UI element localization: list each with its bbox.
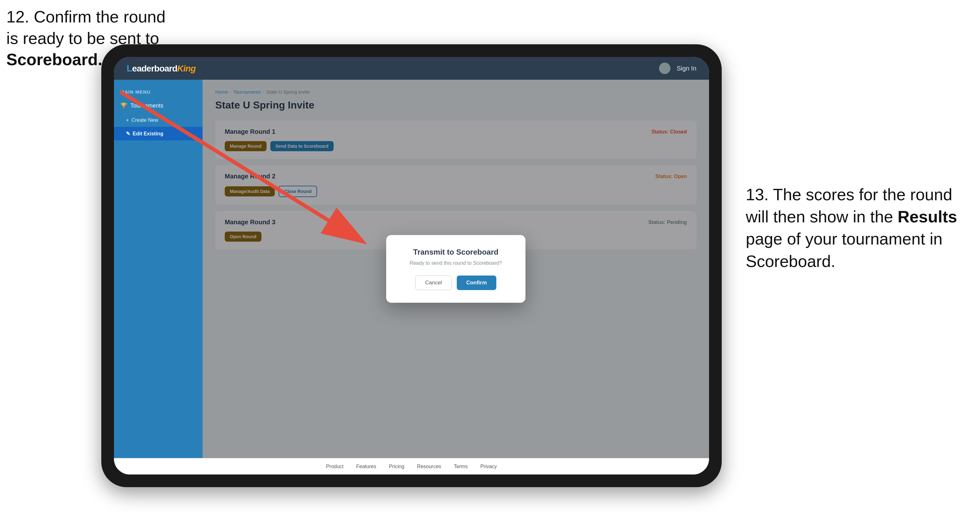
annotation-line2: is ready to be sent to [6, 29, 159, 48]
annotation-line1: 12. Confirm the round [6, 8, 165, 26]
sidebar-tournaments-label: Tournaments [130, 103, 163, 109]
nav-right: Sign In [659, 63, 696, 74]
tablet-screen: LeaderboardKing Sign In MAIN MENU 🏆 Tour… [114, 57, 709, 475]
sidebar-create-new-label: Create New [131, 117, 158, 123]
footer-link-features[interactable]: Features [356, 464, 376, 470]
sidebar-edit-existing-label: Edit Existing [133, 131, 163, 137]
confirm-button[interactable]: Confirm [457, 276, 496, 290]
annotation-right-text: 13. The scores for the round will then s… [746, 186, 957, 270]
app-footer: Product Features Pricing Resources Terms… [114, 458, 709, 475]
transmit-modal: Transmit to Scoreboard Ready to send thi… [386, 235, 525, 303]
modal-title: Transmit to Scoreboard [402, 248, 510, 257]
edit-icon: ✎ [126, 131, 130, 137]
main-content: MAIN MENU 🏆 Tournaments + Create New ✎ E… [114, 80, 709, 458]
sidebar-subitem-create-new[interactable]: + Create New [114, 114, 203, 127]
sidebar-section-label: MAIN MENU [114, 86, 203, 98]
footer-link-resources[interactable]: Resources [417, 464, 441, 470]
annotation-top-left: 12. Confirm the round is ready to be sen… [6, 6, 165, 71]
avatar [659, 63, 670, 74]
footer-link-terms[interactable]: Terms [454, 464, 468, 470]
footer-link-product[interactable]: Product [326, 464, 344, 470]
plus-icon: + [126, 117, 129, 123]
modal-subtitle: Ready to send this round to Scoreboard? [402, 260, 510, 266]
annotation-right: 13. The scores for the round will then s… [746, 184, 967, 272]
signin-link[interactable]: Sign In [677, 65, 696, 72]
logo-part2: King [177, 63, 196, 73]
sidebar-subitem-edit-existing[interactable]: ✎ Edit Existing [114, 127, 203, 140]
footer-link-privacy[interactable]: Privacy [480, 464, 496, 470]
cancel-button[interactable]: Cancel [415, 276, 452, 290]
annotation-line3: Scoreboard. [6, 50, 102, 69]
trophy-icon: 🏆 [120, 102, 127, 109]
sidebar-item-tournaments[interactable]: 🏆 Tournaments [114, 98, 203, 114]
top-navbar: LeaderboardKing Sign In [114, 57, 709, 80]
page-content: Home › Tournaments › State U Spring Invi… [203, 80, 709, 458]
app-container: LeaderboardKing Sign In MAIN MENU 🏆 Tour… [114, 57, 709, 475]
sidebar: MAIN MENU 🏆 Tournaments + Create New ✎ E… [114, 80, 203, 458]
modal-overlay: Transmit to Scoreboard Ready to send thi… [203, 80, 709, 458]
tablet-device: LeaderboardKing Sign In MAIN MENU 🏆 Tour… [101, 44, 722, 487]
modal-buttons: Cancel Confirm [402, 276, 510, 290]
footer-link-pricing[interactable]: Pricing [389, 464, 404, 470]
